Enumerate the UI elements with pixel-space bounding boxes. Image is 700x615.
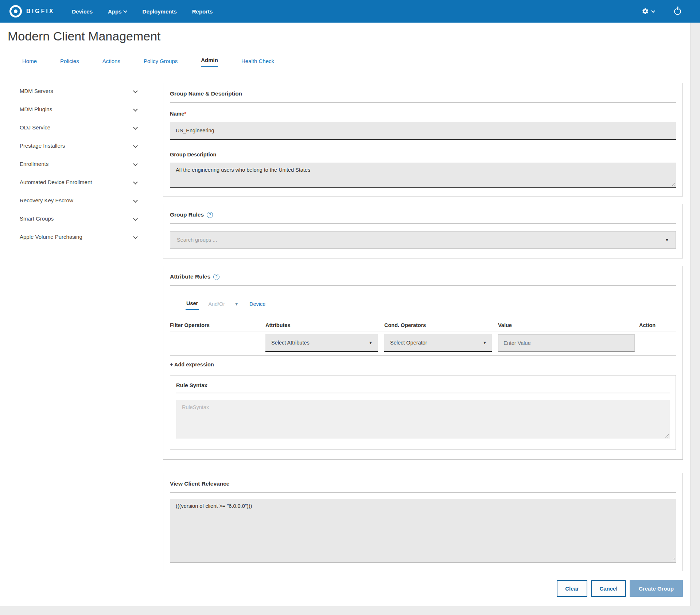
settings-menu[interactable]: [642, 8, 655, 15]
group-description-textarea[interactable]: All the engineering users who belong to …: [170, 163, 676, 188]
tab-home[interactable]: Home: [22, 58, 37, 67]
chevron-down-icon: [133, 161, 138, 166]
gear-icon: [642, 8, 649, 15]
nav-devices[interactable]: Devices: [72, 8, 93, 15]
search-groups-placeholder: Search groups ...: [177, 237, 217, 243]
tab-health-check[interactable]: Health Check: [241, 58, 274, 67]
app-tabs: Home Policies Actions Policy Groups Admi…: [22, 57, 690, 67]
sidebar-item-mdm-plugins[interactable]: MDM Plugins: [20, 100, 139, 118]
select-attributes-dropdown[interactable]: Select Attributes ▼: [265, 334, 378, 352]
create-group-button[interactable]: Create Group: [630, 580, 683, 597]
scrollbar-track[interactable]: [690, 23, 700, 606]
nav-deployments[interactable]: Deployments: [143, 8, 177, 15]
tab-policy-groups[interactable]: Policy Groups: [144, 58, 178, 67]
chevron-down-icon: [133, 234, 138, 239]
attribute-rules-tabs: User And/Or ▼ Device: [186, 300, 676, 310]
group-rules-card: Group Rules ? Search groups ... ▼: [163, 204, 683, 258]
rule-syntax-panel: Rule Syntax: [170, 375, 676, 450]
dropdown-caret-icon: ▼: [369, 340, 373, 345]
help-icon[interactable]: ?: [213, 274, 219, 280]
chevron-down-icon: [133, 107, 138, 112]
group-rules-title: Group Rules: [170, 211, 204, 218]
logout-power-icon[interactable]: [674, 8, 681, 15]
chevron-down-icon: [133, 143, 138, 148]
sidebar-item-prestage-installers[interactable]: Prestage Installers: [20, 136, 139, 155]
add-expression-button[interactable]: + Add expression: [170, 362, 214, 367]
page-body: Modern Client Management Home Policies A…: [0, 23, 690, 606]
cancel-button[interactable]: Cancel: [591, 580, 626, 597]
select-operator-dropdown[interactable]: Select Operator ▼: [384, 334, 492, 352]
tab-device[interactable]: Device: [249, 301, 265, 310]
bigfix-logo-icon: [9, 5, 22, 17]
client-relevance-card: View Client Relevance (((version of clie…: [163, 473, 683, 571]
andor-selector[interactable]: And/Or: [208, 301, 225, 310]
tab-policies[interactable]: Policies: [60, 58, 79, 67]
search-groups-dropdown[interactable]: Search groups ... ▼: [170, 231, 676, 249]
sidebar-item-mdm-servers[interactable]: MDM Servers: [20, 82, 139, 100]
page-title: Modern Client Management: [8, 28, 690, 44]
nav-apps[interactable]: Apps: [108, 8, 127, 15]
dropdown-caret-icon: ▼: [483, 340, 487, 345]
chevron-down-icon: [133, 89, 138, 93]
chevron-down-icon: [133, 125, 138, 130]
sidebar-item-automated-device-enrollment[interactable]: Automated Device Enrollment: [20, 173, 139, 191]
group-name-input[interactable]: [170, 122, 676, 140]
divider: [170, 285, 676, 286]
nav-reports[interactable]: Reports: [192, 8, 213, 15]
sidebar-item-smart-groups[interactable]: Smart Groups: [20, 209, 139, 227]
page-bottom-margin: [0, 606, 700, 615]
rule-syntax-textarea[interactable]: [176, 400, 670, 439]
divider: [170, 223, 676, 224]
col-action: Action: [635, 322, 676, 328]
chevron-down-icon: [651, 9, 655, 13]
filter-operator-cell: [170, 334, 265, 352]
andor-caret-icon[interactable]: ▼: [234, 302, 238, 309]
sidebar-item-odj-service[interactable]: ODJ Service: [20, 118, 139, 136]
admin-sidebar: MDM Servers MDM Plugins ODJ Service Pres…: [0, 67, 163, 246]
tab-user[interactable]: User: [186, 300, 199, 310]
col-attributes: Attributes: [265, 322, 384, 328]
tab-actions[interactable]: Actions: [102, 58, 120, 67]
top-navigation-bar: BIGFIX Devices Apps Deployments Reports: [0, 0, 700, 23]
required-asterisk: *: [184, 111, 187, 117]
col-filter-operators: Filter Operators: [170, 322, 265, 328]
sidebar-item-apple-volume-purchasing[interactable]: Apple Volume Purchasing: [20, 227, 139, 246]
divider: [170, 102, 676, 103]
dropdown-caret-icon: ▼: [665, 238, 669, 242]
value-input[interactable]: [498, 334, 635, 352]
help-icon[interactable]: ?: [207, 212, 213, 218]
group-section-title: Group Name & Description: [170, 90, 676, 97]
chevron-down-icon: [123, 9, 127, 13]
chevron-down-icon: [133, 198, 138, 203]
name-label: Name*: [170, 111, 676, 117]
top-nav: Devices Apps Deployments Reports: [72, 8, 213, 15]
form-actions: Clear Cancel Create Group: [163, 580, 683, 597]
client-relevance-textarea[interactable]: (((version of client >= "6.0.0.0"))): [170, 499, 676, 563]
rule-syntax-title: Rule Syntax: [176, 382, 670, 388]
col-value: Value: [498, 322, 635, 328]
col-cond-operators: Cond. Operators: [384, 322, 498, 328]
divider: [176, 393, 670, 393]
action-cell: [635, 334, 676, 352]
bigfix-brand[interactable]: BIGFIX: [9, 5, 54, 17]
attribute-rules-title: Attribute Rules: [170, 273, 210, 280]
chevron-down-icon: [133, 180, 138, 184]
expression-row: Select Attributes ▼ Select Operator ▼: [170, 331, 676, 355]
tab-admin[interactable]: Admin: [201, 57, 218, 67]
client-relevance-title: View Client Relevance: [170, 480, 676, 487]
clear-button[interactable]: Clear: [557, 580, 587, 597]
sidebar-item-enrollments[interactable]: Enrollments: [20, 155, 139, 173]
chevron-down-icon: [133, 216, 138, 221]
main-content: Group Name & Description Name* Group Des…: [163, 67, 683, 597]
sidebar-item-recovery-key-escrow[interactable]: Recovery Key Escrow: [20, 191, 139, 209]
divider: [170, 355, 676, 356]
group-description-label: Group Description: [170, 152, 676, 157]
brand-name: BIGFIX: [26, 8, 54, 15]
divider: [170, 492, 676, 493]
group-name-description-card: Group Name & Description Name* Group Des…: [163, 83, 683, 196]
attribute-rules-card: Attribute Rules ? User And/Or ▼ Device F…: [163, 266, 683, 460]
expression-table-header: Filter Operators Attributes Cond. Operat…: [170, 322, 676, 328]
